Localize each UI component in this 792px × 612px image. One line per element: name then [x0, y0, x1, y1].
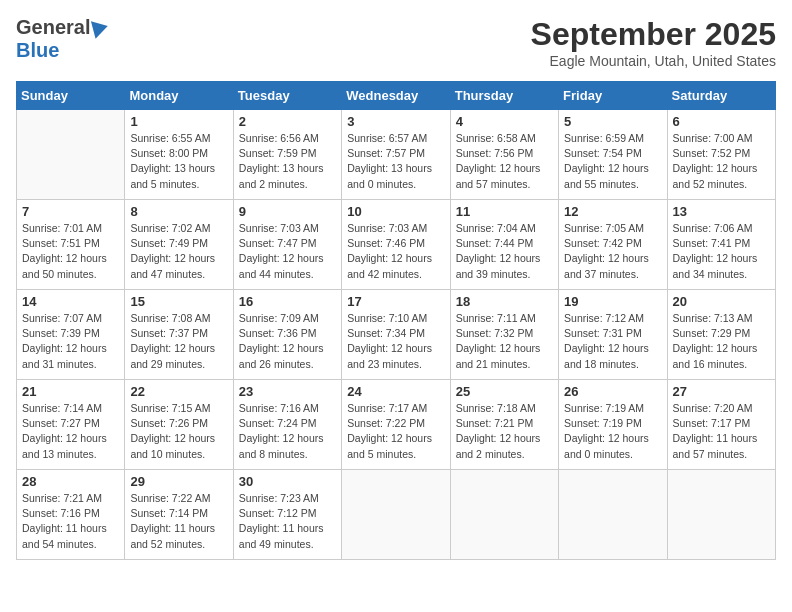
logo-general: General — [16, 16, 90, 39]
calendar-day-header: Monday — [125, 82, 233, 110]
day-info: Sunrise: 7:14 AMSunset: 7:27 PMDaylight:… — [22, 401, 119, 462]
day-info: Sunrise: 7:01 AMSunset: 7:51 PMDaylight:… — [22, 221, 119, 282]
day-info: Sunrise: 7:23 AMSunset: 7:12 PMDaylight:… — [239, 491, 336, 552]
day-number: 29 — [130, 474, 227, 489]
calendar-cell: 7Sunrise: 7:01 AMSunset: 7:51 PMDaylight… — [17, 200, 125, 290]
calendar-cell: 9Sunrise: 7:03 AMSunset: 7:47 PMDaylight… — [233, 200, 341, 290]
day-number: 3 — [347, 114, 444, 129]
day-info: Sunrise: 7:21 AMSunset: 7:16 PMDaylight:… — [22, 491, 119, 552]
calendar-week-row: 28Sunrise: 7:21 AMSunset: 7:16 PMDayligh… — [17, 470, 776, 560]
day-number: 8 — [130, 204, 227, 219]
day-info: Sunrise: 6:56 AMSunset: 7:59 PMDaylight:… — [239, 131, 336, 192]
day-number: 18 — [456, 294, 553, 309]
day-number: 1 — [130, 114, 227, 129]
day-number: 17 — [347, 294, 444, 309]
calendar-cell: 4Sunrise: 6:58 AMSunset: 7:56 PMDaylight… — [450, 110, 558, 200]
day-number: 10 — [347, 204, 444, 219]
calendar-day-header: Saturday — [667, 82, 775, 110]
calendar-table: SundayMondayTuesdayWednesdayThursdayFrid… — [16, 81, 776, 560]
calendar-cell: 16Sunrise: 7:09 AMSunset: 7:36 PMDayligh… — [233, 290, 341, 380]
calendar-cell: 22Sunrise: 7:15 AMSunset: 7:26 PMDayligh… — [125, 380, 233, 470]
day-info: Sunrise: 7:11 AMSunset: 7:32 PMDaylight:… — [456, 311, 553, 372]
calendar-cell: 12Sunrise: 7:05 AMSunset: 7:42 PMDayligh… — [559, 200, 667, 290]
calendar-cell: 18Sunrise: 7:11 AMSunset: 7:32 PMDayligh… — [450, 290, 558, 380]
day-info: Sunrise: 6:58 AMSunset: 7:56 PMDaylight:… — [456, 131, 553, 192]
day-info: Sunrise: 7:13 AMSunset: 7:29 PMDaylight:… — [673, 311, 770, 372]
calendar-cell: 21Sunrise: 7:14 AMSunset: 7:27 PMDayligh… — [17, 380, 125, 470]
calendar-cell: 26Sunrise: 7:19 AMSunset: 7:19 PMDayligh… — [559, 380, 667, 470]
day-info: Sunrise: 7:08 AMSunset: 7:37 PMDaylight:… — [130, 311, 227, 372]
day-info: Sunrise: 7:09 AMSunset: 7:36 PMDaylight:… — [239, 311, 336, 372]
day-info: Sunrise: 7:22 AMSunset: 7:14 PMDaylight:… — [130, 491, 227, 552]
calendar-cell: 20Sunrise: 7:13 AMSunset: 7:29 PMDayligh… — [667, 290, 775, 380]
calendar-cell: 27Sunrise: 7:20 AMSunset: 7:17 PMDayligh… — [667, 380, 775, 470]
logo: General Blue — [16, 16, 108, 62]
title-area: September 2025 Eagle Mountain, Utah, Uni… — [531, 16, 776, 69]
calendar-cell: 28Sunrise: 7:21 AMSunset: 7:16 PMDayligh… — [17, 470, 125, 560]
day-number: 26 — [564, 384, 661, 399]
calendar-cell — [667, 470, 775, 560]
day-info: Sunrise: 7:04 AMSunset: 7:44 PMDaylight:… — [456, 221, 553, 282]
calendar-cell: 23Sunrise: 7:16 AMSunset: 7:24 PMDayligh… — [233, 380, 341, 470]
day-info: Sunrise: 7:10 AMSunset: 7:34 PMDaylight:… — [347, 311, 444, 372]
calendar-cell: 25Sunrise: 7:18 AMSunset: 7:21 PMDayligh… — [450, 380, 558, 470]
day-info: Sunrise: 7:03 AMSunset: 7:46 PMDaylight:… — [347, 221, 444, 282]
calendar-day-header: Thursday — [450, 82, 558, 110]
calendar-cell: 2Sunrise: 6:56 AMSunset: 7:59 PMDaylight… — [233, 110, 341, 200]
day-info: Sunrise: 6:57 AMSunset: 7:57 PMDaylight:… — [347, 131, 444, 192]
calendar-week-row: 1Sunrise: 6:55 AMSunset: 8:00 PMDaylight… — [17, 110, 776, 200]
calendar-cell: 14Sunrise: 7:07 AMSunset: 7:39 PMDayligh… — [17, 290, 125, 380]
day-number: 6 — [673, 114, 770, 129]
calendar-cell: 10Sunrise: 7:03 AMSunset: 7:46 PMDayligh… — [342, 200, 450, 290]
day-number: 15 — [130, 294, 227, 309]
calendar-cell: 3Sunrise: 6:57 AMSunset: 7:57 PMDaylight… — [342, 110, 450, 200]
calendar-cell: 30Sunrise: 7:23 AMSunset: 7:12 PMDayligh… — [233, 470, 341, 560]
day-info: Sunrise: 7:19 AMSunset: 7:19 PMDaylight:… — [564, 401, 661, 462]
logo-blue: Blue — [16, 39, 59, 61]
calendar-cell: 24Sunrise: 7:17 AMSunset: 7:22 PMDayligh… — [342, 380, 450, 470]
day-info: Sunrise: 6:55 AMSunset: 8:00 PMDaylight:… — [130, 131, 227, 192]
day-number: 20 — [673, 294, 770, 309]
day-number: 4 — [456, 114, 553, 129]
calendar-week-row: 14Sunrise: 7:07 AMSunset: 7:39 PMDayligh… — [17, 290, 776, 380]
day-info: Sunrise: 7:05 AMSunset: 7:42 PMDaylight:… — [564, 221, 661, 282]
calendar-cell — [17, 110, 125, 200]
calendar-cell — [450, 470, 558, 560]
day-info: Sunrise: 7:16 AMSunset: 7:24 PMDaylight:… — [239, 401, 336, 462]
day-number: 27 — [673, 384, 770, 399]
day-number: 23 — [239, 384, 336, 399]
day-number: 30 — [239, 474, 336, 489]
day-number: 19 — [564, 294, 661, 309]
day-info: Sunrise: 7:18 AMSunset: 7:21 PMDaylight:… — [456, 401, 553, 462]
calendar-week-row: 7Sunrise: 7:01 AMSunset: 7:51 PMDaylight… — [17, 200, 776, 290]
calendar-cell: 11Sunrise: 7:04 AMSunset: 7:44 PMDayligh… — [450, 200, 558, 290]
calendar-day-header: Friday — [559, 82, 667, 110]
calendar-cell: 19Sunrise: 7:12 AMSunset: 7:31 PMDayligh… — [559, 290, 667, 380]
calendar-cell: 29Sunrise: 7:22 AMSunset: 7:14 PMDayligh… — [125, 470, 233, 560]
calendar-cell: 5Sunrise: 6:59 AMSunset: 7:54 PMDaylight… — [559, 110, 667, 200]
calendar-day-header: Sunday — [17, 82, 125, 110]
day-info: Sunrise: 6:59 AMSunset: 7:54 PMDaylight:… — [564, 131, 661, 192]
calendar-cell: 6Sunrise: 7:00 AMSunset: 7:52 PMDaylight… — [667, 110, 775, 200]
calendar-day-header: Wednesday — [342, 82, 450, 110]
day-number: 13 — [673, 204, 770, 219]
calendar-cell — [559, 470, 667, 560]
day-info: Sunrise: 7:17 AMSunset: 7:22 PMDaylight:… — [347, 401, 444, 462]
day-info: Sunrise: 7:12 AMSunset: 7:31 PMDaylight:… — [564, 311, 661, 372]
day-info: Sunrise: 7:20 AMSunset: 7:17 PMDaylight:… — [673, 401, 770, 462]
day-info: Sunrise: 7:06 AMSunset: 7:41 PMDaylight:… — [673, 221, 770, 282]
day-number: 7 — [22, 204, 119, 219]
day-number: 16 — [239, 294, 336, 309]
day-number: 14 — [22, 294, 119, 309]
day-number: 25 — [456, 384, 553, 399]
day-info: Sunrise: 7:03 AMSunset: 7:47 PMDaylight:… — [239, 221, 336, 282]
calendar-cell: 1Sunrise: 6:55 AMSunset: 8:00 PMDaylight… — [125, 110, 233, 200]
calendar-week-row: 21Sunrise: 7:14 AMSunset: 7:27 PMDayligh… — [17, 380, 776, 470]
day-number: 28 — [22, 474, 119, 489]
calendar-header-row: SundayMondayTuesdayWednesdayThursdayFrid… — [17, 82, 776, 110]
day-info: Sunrise: 7:00 AMSunset: 7:52 PMDaylight:… — [673, 131, 770, 192]
page-header: General Blue September 2025 Eagle Mounta… — [16, 16, 776, 69]
calendar-cell: 8Sunrise: 7:02 AMSunset: 7:49 PMDaylight… — [125, 200, 233, 290]
day-number: 22 — [130, 384, 227, 399]
day-info: Sunrise: 7:15 AMSunset: 7:26 PMDaylight:… — [130, 401, 227, 462]
